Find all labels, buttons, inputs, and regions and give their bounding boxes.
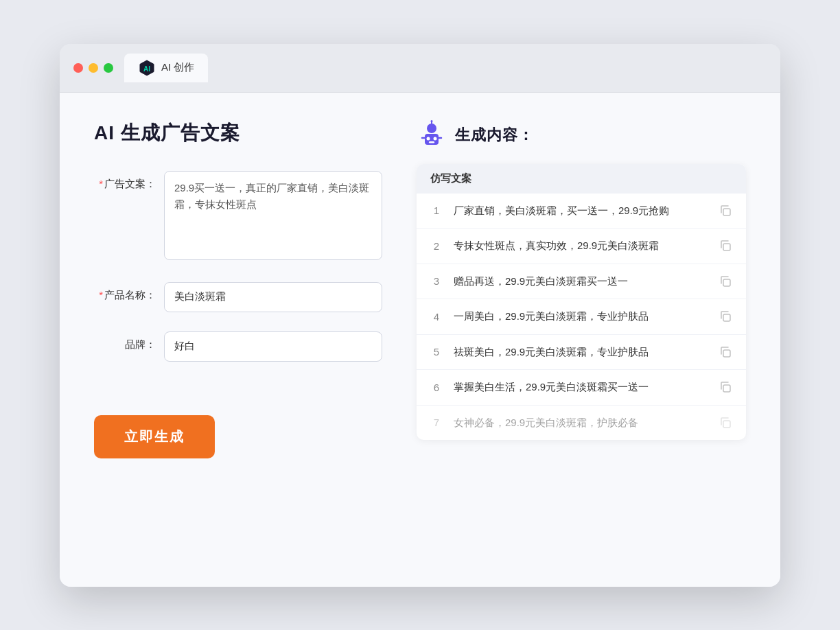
row-number: 5 <box>430 346 443 358</box>
table-row: 4 一周美白，29.9元美白淡斑霜，专业护肤品 <box>417 299 746 335</box>
row-number: 1 <box>430 205 443 216</box>
robot-icon <box>417 120 447 150</box>
row-text: 专抹女性斑点，真实功效，29.9元美白淡斑霜 <box>454 238 708 254</box>
brand-group: 品牌： <box>94 331 382 362</box>
browser-tab[interactable]: AI AI 创作 <box>124 54 208 82</box>
ad-copy-textarea[interactable]: 29.9买一送一，真正的厂家直销，美白淡斑霜，专抹女性斑点 <box>164 171 382 260</box>
brand-input-wrap <box>164 331 382 362</box>
result-rows-container: 1 厂家直销，美白淡斑霜，买一送一，29.9元抢购 2 专抹女性斑点，真实功效，… <box>417 194 746 441</box>
left-panel: AI 生成广告文案 *广告文案： 29.9买一送一，真正的厂家直销，美白淡斑霜，… <box>94 120 382 552</box>
row-number: 4 <box>430 311 443 323</box>
svg-point-5 <box>434 137 437 140</box>
copy-icon[interactable] <box>719 310 732 323</box>
row-text: 赠品再送，29.9元美白淡斑霜买一送一 <box>454 274 708 290</box>
row-number: 2 <box>430 240 443 252</box>
table-row: 1 厂家直销，美白淡斑霜，买一送一，29.9元抢购 <box>417 194 746 229</box>
product-name-input-wrap <box>164 282 382 312</box>
ad-copy-group: *广告文案： 29.9买一送一，真正的厂家直销，美白淡斑霜，专抹女性斑点 <box>94 171 382 263</box>
svg-point-8 <box>431 120 433 122</box>
ad-copy-required: * <box>99 178 103 189</box>
svg-rect-16 <box>723 385 730 392</box>
table-row: 5 祛斑美白，29.9元美白淡斑霜，专业护肤品 <box>417 335 746 371</box>
copy-icon[interactable] <box>719 380 732 394</box>
ai-tab-icon: AI <box>138 59 156 77</box>
svg-rect-11 <box>723 209 730 215</box>
table-row: 7 女神必备，29.9元美白淡斑霜，护肤必备 <box>417 406 746 441</box>
row-text: 一周美白，29.9元美白淡斑霜，专业护肤品 <box>454 309 708 325</box>
result-table-header: 仿写文案 <box>417 164 746 194</box>
ad-copy-input-wrap: 29.9买一送一，真正的厂家直销，美白淡斑霜，专抹女性斑点 <box>164 171 382 263</box>
result-title: 生成内容： <box>455 125 534 145</box>
table-row: 2 专抹女性斑点，真实功效，29.9元美白淡斑霜 <box>417 229 746 264</box>
copy-icon[interactable] <box>719 204 732 218</box>
row-number: 6 <box>430 382 443 393</box>
row-text: 女神必备，29.9元美白淡斑霜，护肤必备 <box>454 415 708 431</box>
page-title: AI 生成广告文案 <box>94 120 382 146</box>
copy-icon[interactable] <box>719 416 732 430</box>
product-name-required: * <box>99 289 103 301</box>
svg-point-2 <box>427 124 436 133</box>
row-text: 掌握美白生活，29.9元美白淡斑霜买一送一 <box>454 380 708 395</box>
row-number: 3 <box>430 275 443 287</box>
product-name-input[interactable] <box>164 282 382 312</box>
tab-label: AI 创作 <box>161 61 194 74</box>
row-text: 厂家直销，美白淡斑霜，买一送一，29.9元抢购 <box>454 203 708 219</box>
copy-icon[interactable] <box>719 275 732 288</box>
svg-rect-13 <box>723 279 730 286</box>
right-panel: 生成内容： 仿写文案 1 厂家直销，美白淡斑霜，买一送一，29.9元抢购 2 专… <box>417 120 746 552</box>
minimize-button[interactable] <box>89 63 98 73</box>
copy-icon[interactable] <box>719 239 732 253</box>
brand-label: 品牌： <box>94 331 156 351</box>
product-name-group: *产品名称： <box>94 282 382 312</box>
product-name-label: *产品名称： <box>94 282 156 302</box>
browser-window: AI AI 创作 AI 生成广告文案 *广告文案： 29.9买一送一，真正的厂家… <box>60 44 780 587</box>
brand-input[interactable] <box>164 331 382 362</box>
svg-rect-15 <box>723 350 730 357</box>
traffic-lights <box>73 63 113 73</box>
generate-button[interactable]: 立即生成 <box>94 415 215 458</box>
table-row: 6 掌握美白生活，29.9元美白淡斑霜买一送一 <box>417 370 746 406</box>
browser-content: AI 生成广告文案 *广告文案： 29.9买一送一，真正的厂家直销，美白淡斑霜，… <box>60 93 780 587</box>
close-button[interactable] <box>73 63 83 73</box>
result-header: 生成内容： <box>417 120 746 150</box>
result-table: 仿写文案 1 厂家直销，美白淡斑霜，买一送一，29.9元抢购 2 专抹女性斑点，… <box>417 164 746 441</box>
svg-rect-14 <box>723 314 730 321</box>
svg-rect-6 <box>429 141 434 143</box>
maximize-button[interactable] <box>104 63 113 73</box>
table-row: 3 赠品再送，29.9元美白淡斑霜买一送一 <box>417 264 746 300</box>
ad-copy-label: *广告文案： <box>94 171 156 191</box>
svg-rect-12 <box>723 244 730 250</box>
row-number: 7 <box>430 417 443 428</box>
svg-point-4 <box>427 137 430 140</box>
svg-text:AI: AI <box>143 65 150 73</box>
copy-icon[interactable] <box>719 345 732 359</box>
browser-titlebar: AI AI 创作 <box>60 44 780 93</box>
row-text: 祛斑美白，29.9元美白淡斑霜，专业护肤品 <box>454 345 708 360</box>
svg-rect-17 <box>723 421 730 428</box>
